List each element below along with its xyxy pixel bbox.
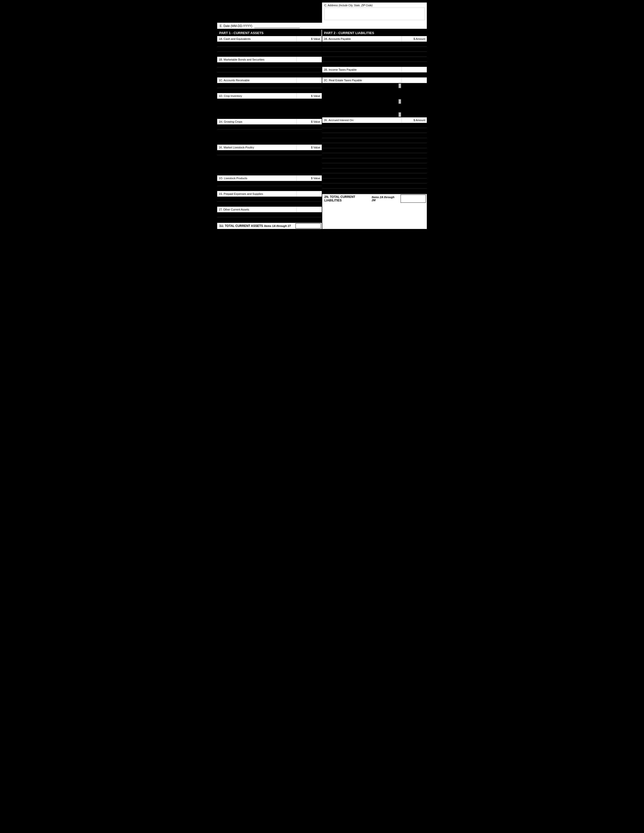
spacer-2a-3 — [322, 52, 427, 57]
spacer-2k-8 — [322, 158, 427, 163]
black-gap-r2 — [322, 104, 427, 112]
label-1o: 1O. Livestock Products — [217, 175, 296, 181]
label-1a: 1A. Cash and Equivalents — [217, 36, 296, 42]
value-1h: $ Value — [296, 119, 322, 124]
spacer-area-2 — [322, 99, 427, 104]
spacer-1t-1 — [217, 212, 322, 217]
spacer-2k-7 — [322, 153, 427, 158]
row-2b: 2B. Income Taxes Payable — [322, 67, 427, 72]
label-1t: 1T. Other Current Assets — [217, 207, 296, 212]
main-body: 1A. Cash and Equivalents $ Value 1B. Mar… — [217, 36, 427, 229]
spacer-2k-14 — [322, 188, 427, 194]
spacer-2k-3 — [322, 133, 427, 138]
spacer-1a-1 — [217, 42, 322, 47]
label-1b: 1B. Marketable Bonds and Securities — [217, 57, 296, 62]
label-1k: 1K. Market Livestock-Poultry — [217, 145, 296, 150]
part1-body: 1A. Cash and Equivalents $ Value 1B. Mar… — [217, 36, 322, 229]
row-2a: 2A. Accounts Payable $ Amount — [322, 36, 427, 42]
row-1a: 1A. Cash and Equivalents $ Value — [217, 36, 322, 42]
parts-headers: PART 1 - CURRENT ASSETS PART 2 - CURRENT… — [217, 30, 427, 36]
page: C. Address (Include City, State, ZIP Cod… — [215, 0, 429, 232]
black-gap-r1 — [322, 88, 427, 99]
spacer-1b-2 — [217, 68, 322, 72]
spacer-2k-2 — [322, 128, 427, 133]
part1-header: PART 1 - CURRENT ASSETS — [217, 30, 322, 36]
spacer-1k-1 — [217, 150, 322, 155]
black-gap-1 — [217, 99, 322, 119]
total-2n: 2N. TOTAL CURRENT LIABILITIES Items 2A t… — [322, 194, 427, 203]
spacer-1c-2 — [217, 88, 322, 93]
spacer-2k-5 — [322, 143, 427, 148]
gray-indicator-2 — [399, 99, 401, 104]
top-header: C. Address (Include City, State, ZIP Cod… — [217, 3, 427, 29]
part2-body: 2A. Accounts Payable $ Amount 2B. Income… — [322, 36, 427, 229]
label-1s: 1S. Prepaid Expenses and Supplies — [217, 191, 296, 196]
amount-2a: $ Amount — [402, 36, 427, 42]
spacer-1b-3 — [217, 72, 322, 77]
row-1t: 1T. Other Current Assets — [217, 207, 322, 212]
row-1c: 1C. Accounts Receivable — [217, 77, 322, 83]
spacer-area-3 — [322, 112, 427, 117]
black-gap-2 — [217, 130, 322, 145]
spacer-2k-4 — [322, 138, 427, 143]
spacer-2a-2 — [322, 47, 427, 52]
value-1t — [296, 207, 322, 212]
total-2n-label: 2N. TOTAL CURRENT LIABILITIES Items 2A t… — [322, 194, 399, 203]
spacer-2a-5 — [322, 62, 427, 67]
spacer-2a-1 — [322, 42, 427, 47]
label-1d: 1D. Crop Inventory — [217, 93, 296, 98]
spacer-2k-12 — [322, 178, 427, 183]
value-1o: $ Value — [296, 175, 322, 181]
value-1k: $ Value — [296, 145, 322, 150]
row-1o: 1O. Livestock Products $ Value — [217, 175, 322, 181]
spacer-2k-13 — [322, 183, 427, 188]
spacer-2k-9 — [322, 163, 427, 168]
address-section: C. Address (Include City, State, ZIP Cod… — [322, 3, 427, 23]
label-2k: 2K. Accrued Interest On: — [322, 117, 402, 123]
gray-indicator-1 — [399, 84, 401, 88]
spacer-1s-2 — [217, 202, 322, 207]
spacer-area-1 — [322, 83, 427, 88]
value-1c — [296, 77, 322, 83]
value-1b — [296, 57, 322, 62]
spacer-1t-2 — [217, 217, 322, 222]
part2-header: PART 2 - CURRENT LIABILITIES — [322, 30, 427, 36]
spacer-2k-11 — [322, 174, 427, 178]
row-1s: 1S. Prepaid Expenses and Supplies — [217, 191, 322, 197]
left-black-area — [217, 3, 322, 23]
row-2c: 2C. Real Estate Taxes Payable — [322, 77, 427, 83]
row-1b: 1B. Marketable Bonds and Securities — [217, 57, 322, 62]
value-1d: $ Value — [296, 93, 322, 98]
spacer-1b-1 — [217, 62, 322, 68]
total-1u-label: 1U. TOTAL CURRENT ASSETS Items 1A throug… — [217, 223, 295, 229]
spacer-1h-1 — [217, 124, 322, 130]
spacer-2k-10 — [322, 168, 427, 174]
date-row: E. Date (MM-DD-YYYY) — [217, 23, 427, 29]
date-field[interactable] — [254, 24, 300, 28]
row-1d: 1D. Crop Inventory $ Value — [217, 93, 322, 99]
spacer-2b-1 — [322, 72, 427, 77]
total-1u-value[interactable] — [295, 224, 321, 228]
amount-2c — [402, 77, 427, 83]
value-1s — [296, 191, 322, 196]
label-2c: 2C. Real Estate Taxes Payable — [322, 77, 402, 83]
spacer-2k-6 — [322, 148, 427, 153]
total-1u: 1U. TOTAL CURRENT ASSETS Items 1A throug… — [217, 222, 322, 229]
date-label: E. Date (MM-DD-YYYY) — [220, 24, 252, 28]
address-box[interactable] — [324, 8, 425, 20]
row-2k: 2K. Accrued Interest On: $ Amount — [322, 117, 427, 123]
spacer-1a-2 — [217, 47, 322, 52]
total-2n-value[interactable] — [401, 195, 426, 203]
value-1a: $ Value — [296, 36, 322, 42]
label-2b: 2B. Income Taxes Payable — [322, 67, 402, 72]
spacer-2k-1 — [322, 123, 427, 128]
gray-indicator-3 — [399, 113, 401, 117]
address-label: C. Address (Include City, State, ZIP Cod… — [324, 4, 425, 7]
black-gap-3 — [217, 155, 322, 175]
spacer-1o-1 — [217, 181, 322, 186]
spacer-1s-1 — [217, 197, 322, 202]
label-2a: 2A. Accounts Payable — [322, 36, 402, 42]
spacer-2a-4 — [322, 57, 427, 62]
spacer-1a-3 — [217, 52, 322, 57]
amount-2b — [402, 67, 427, 72]
